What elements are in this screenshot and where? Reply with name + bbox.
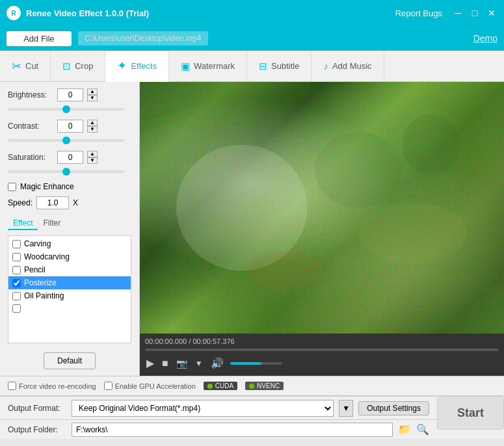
right-panel: 00:00:00.000 / 00:00:57.376 ▶ ■ 📷 ▼ 🔊 <box>140 82 504 376</box>
contrast-row: Contrast: ▲ ▼ <box>8 120 131 133</box>
tab-watermark[interactable]: ▣ Watermark <box>169 51 247 81</box>
effect-item-carving[interactable]: Carving <box>8 237 131 250</box>
file-path-input[interactable] <box>78 31 208 46</box>
magic-enhance-row: Magic Enhance <box>8 182 131 191</box>
output-settings-button[interactable]: Output Settings <box>358 401 429 415</box>
woodcarving-label: Woodcarving <box>24 252 70 261</box>
title-bar: R Renee Video Effect 1.0.0 (Trial) Repor… <box>0 0 504 26</box>
cuda-badge: CUDA <box>204 382 237 390</box>
force-re-encoding-label[interactable]: Force video re-encoding <box>8 382 96 390</box>
tab-add-music[interactable]: ♪ Add Music <box>312 51 384 81</box>
volume-button[interactable]: 🔊 <box>209 356 225 371</box>
close-button[interactable]: ✕ <box>486 7 497 19</box>
brightness-slider-thumb[interactable] <box>62 105 70 113</box>
effect-tab[interactable]: Effect <box>8 217 38 230</box>
enable-gpu-text: Enable GPU Acceleration <box>115 382 196 390</box>
add-file-button[interactable]: Add File <box>7 31 72 46</box>
effects-list: Carving Woodcarving Pencil Posterize Oil… <box>8 235 131 343</box>
search-folder-button[interactable]: 🔍 <box>416 423 429 436</box>
brightness-input[interactable] <box>57 88 83 101</box>
output-section: Output Format: Keep Original Video Forma… <box>0 395 504 439</box>
svg-point-3 <box>358 203 468 263</box>
empty-checkbox[interactable] <box>12 304 21 313</box>
enable-gpu-checkbox[interactable] <box>104 382 113 390</box>
main-content: Brightness: ▲ ▼ Contrast: ▲ ▼ Saturation… <box>0 82 504 376</box>
pencil-checkbox[interactable] <box>12 266 21 274</box>
snapshot-button[interactable]: 📷 <box>175 356 189 371</box>
cuda-label: CUDA <box>215 382 233 389</box>
volume-slider[interactable] <box>230 362 282 365</box>
tab-crop[interactable]: ⊡ Crop <box>51 51 105 81</box>
tab-cut[interactable]: ✂ Cut <box>0 51 51 81</box>
woodcarving-checkbox[interactable] <box>12 253 21 261</box>
nvenc-badge: NVENC <box>245 382 284 390</box>
tab-cut-label: Cut <box>25 61 38 71</box>
start-button[interactable]: Start <box>437 396 504 430</box>
magic-enhance-checkbox[interactable] <box>8 183 16 191</box>
browse-folder-button[interactable]: 📁 <box>398 423 411 436</box>
stop-button[interactable]: ■ <box>161 356 170 371</box>
music-icon: ♪ <box>323 60 328 72</box>
toolbar-row: Add File Demo <box>0 26 504 51</box>
volume-fill <box>230 362 261 365</box>
contrast-input[interactable] <box>57 120 83 133</box>
contrast-slider-thumb[interactable] <box>62 137 70 144</box>
saturation-label: Saturation: <box>8 153 53 162</box>
pencil-label: Pencil <box>24 265 46 274</box>
dropdown-arrow-button[interactable]: ▼ <box>194 358 204 369</box>
default-button[interactable]: Default <box>44 352 96 369</box>
carving-checkbox[interactable] <box>12 240 21 248</box>
play-button[interactable]: ▶ <box>145 356 155 371</box>
video-svg-effect <box>140 82 504 334</box>
brightness-row: Brightness: ▲ ▼ <box>8 88 131 101</box>
output-format-row: Output Format: Keep Original Video Forma… <box>0 396 437 419</box>
bottom-options-bar: Force video re-encoding Enable GPU Accel… <box>0 376 504 395</box>
output-format-select[interactable]: Keep Original Video Format(*.mp4) <box>72 400 334 417</box>
report-bugs-link[interactable]: Report Bugs <box>395 8 442 18</box>
output-folder-input[interactable] <box>72 423 393 437</box>
nvenc-label: NVENC <box>257 382 280 389</box>
saturation-slider-thumb[interactable] <box>62 168 70 176</box>
oil-painting-checkbox[interactable] <box>12 292 21 300</box>
output-left: Output Format: Keep Original Video Forma… <box>0 396 437 439</box>
speed-unit: X <box>73 198 78 207</box>
enable-gpu-label[interactable]: Enable GPU Acceleration <box>104 382 196 390</box>
nvenc-dot <box>249 384 254 389</box>
title-bar-left: R Renee Video Effect 1.0.0 (Trial) <box>7 6 149 20</box>
brightness-down-button[interactable]: ▼ <box>87 95 98 101</box>
saturation-input[interactable] <box>57 151 83 164</box>
restore-button[interactable]: □ <box>469 7 481 19</box>
effect-item-empty[interactable] <box>8 302 131 315</box>
brightness-slider-track[interactable] <box>8 108 125 111</box>
brightness-up-button[interactable]: ▲ <box>87 88 98 95</box>
svg-point-4 <box>249 250 322 291</box>
saturation-down-button[interactable]: ▼ <box>87 157 98 164</box>
minimize-button[interactable]: ─ <box>452 7 464 19</box>
force-re-encoding-checkbox[interactable] <box>8 382 16 390</box>
saturation-slider-track[interactable] <box>8 170 125 173</box>
crop-icon: ⊡ <box>62 60 71 72</box>
contrast-up-button[interactable]: ▲ <box>87 120 98 126</box>
tab-subtitle[interactable]: ⊟ Subtitle <box>247 51 312 81</box>
posterize-checkbox[interactable] <box>12 279 21 287</box>
contrast-down-button[interactable]: ▼ <box>87 126 98 133</box>
output-format-dropdown-button[interactable]: ▼ <box>339 400 353 417</box>
contrast-slider-track[interactable] <box>8 139 125 142</box>
effect-item-pencil[interactable]: Pencil <box>8 263 131 276</box>
effect-item-oil-painting[interactable]: Oil Painting <box>8 289 131 302</box>
effect-item-posterize[interactable]: Posterize <box>8 276 131 289</box>
speed-input[interactable] <box>36 196 69 209</box>
effects-list-inner: Carving Woodcarving Pencil Posterize Oil… <box>8 236 131 316</box>
magic-enhance-label: Magic Enhance <box>20 182 74 191</box>
tab-crop-label: Crop <box>75 61 93 71</box>
controls-row: ▶ ■ 📷 ▼ 🔊 <box>145 353 499 373</box>
progress-bar[interactable] <box>145 348 499 351</box>
demo-link[interactable]: Demo <box>473 33 497 44</box>
filter-tab[interactable]: Filter <box>38 217 66 230</box>
tab-effects[interactable]: ✦ Effects <box>105 51 169 82</box>
window-controls: ─ □ ✕ <box>452 7 497 19</box>
effect-item-woodcarving[interactable]: Woodcarving <box>8 250 131 263</box>
saturation-up-button[interactable]: ▲ <box>87 151 98 157</box>
subtitle-icon: ⊟ <box>259 60 267 72</box>
saturation-row: Saturation: ▲ ▼ <box>8 151 131 164</box>
